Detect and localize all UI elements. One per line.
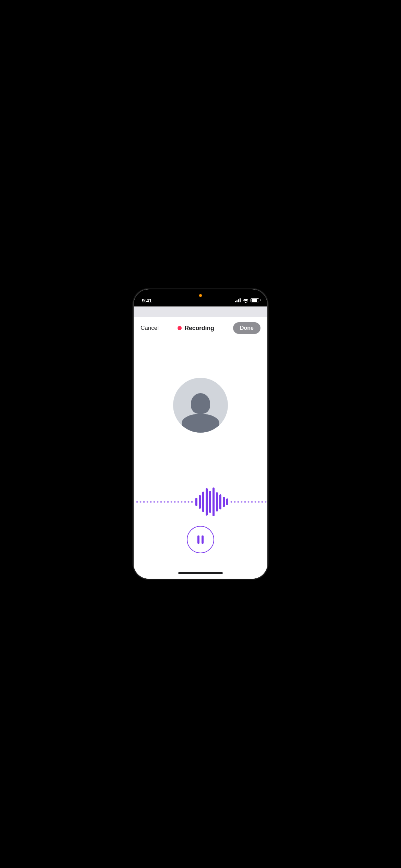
home-indicator xyxy=(134,567,267,579)
nav-bar: Cancel Recording Done xyxy=(134,317,267,339)
recording-title-group: Recording xyxy=(178,325,214,332)
waveform-baseline xyxy=(134,502,267,502)
recording-label: Recording xyxy=(184,325,214,332)
pause-bar-right xyxy=(202,535,204,544)
wifi-icon xyxy=(243,298,248,303)
controls-area xyxy=(134,519,267,567)
signal-bars-icon xyxy=(235,298,241,302)
home-bar xyxy=(178,572,223,574)
avatar-head xyxy=(191,393,210,414)
recording-indicator-dot xyxy=(199,294,202,297)
phone-frame: 9:41 Cancel Rec xyxy=(134,289,267,579)
status-time: 9:41 xyxy=(142,298,152,303)
battery-icon xyxy=(251,298,259,302)
pause-icon xyxy=(197,535,204,544)
waveform-area xyxy=(134,485,267,519)
avatar xyxy=(173,378,228,433)
recording-dot-indicator xyxy=(178,326,182,330)
avatar-body xyxy=(182,414,219,433)
avatar-area xyxy=(134,339,267,485)
main-content: Cancel Recording Done xyxy=(134,317,267,579)
sheet-handle-area xyxy=(134,306,267,317)
pause-button[interactable] xyxy=(187,526,214,553)
pause-bar-left xyxy=(197,535,199,544)
avatar-person xyxy=(173,393,228,433)
cancel-button[interactable]: Cancel xyxy=(141,323,159,333)
status-bar: 9:41 xyxy=(134,289,267,306)
done-button[interactable]: Done xyxy=(233,322,260,334)
status-icons xyxy=(235,298,259,303)
